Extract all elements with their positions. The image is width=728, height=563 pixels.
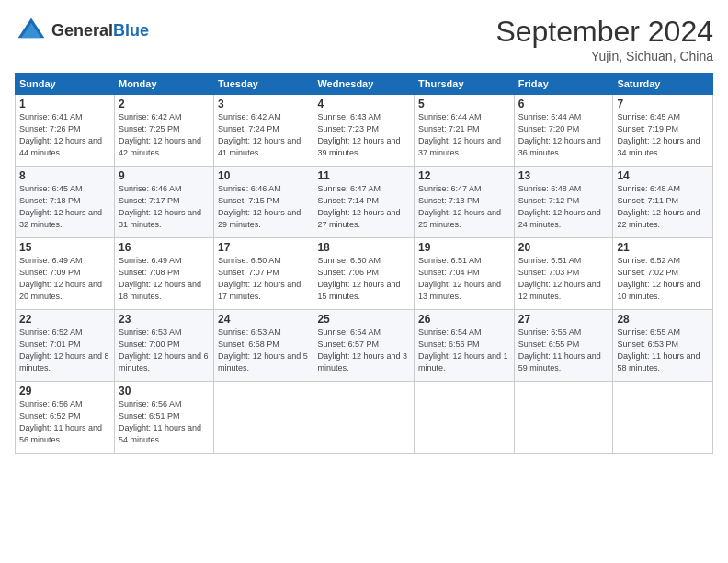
table-row: 30 Sunrise: 6:56 AMSunset: 6:51 PMDaylig… xyxy=(114,382,213,454)
day-number: 10 xyxy=(218,169,309,182)
col-friday: Friday xyxy=(514,74,613,95)
table-row: 15 Sunrise: 6:49 AMSunset: 7:09 PMDaylig… xyxy=(16,238,115,310)
day-number: 23 xyxy=(119,313,210,326)
day-detail: Sunrise: 6:44 AMSunset: 7:20 PMDaylight:… xyxy=(518,111,609,159)
table-row xyxy=(415,382,515,454)
table-row xyxy=(214,382,313,454)
table-row: 8 Sunrise: 6:45 AMSunset: 7:18 PMDayligh… xyxy=(16,167,115,238)
table-row: 14 Sunrise: 6:48 AMSunset: 7:11 PMDaylig… xyxy=(613,167,713,238)
day-number: 18 xyxy=(317,241,410,254)
day-detail: Sunrise: 6:54 AMSunset: 6:56 PMDaylight:… xyxy=(418,327,510,374)
table-row: 25 Sunrise: 6:54 AMSunset: 6:57 PMDaylig… xyxy=(313,310,415,382)
table-row: 2 Sunrise: 6:42 AMSunset: 7:25 PMDayligh… xyxy=(114,95,213,167)
table-row: 27 Sunrise: 6:55 AMSunset: 6:55 PMDaylig… xyxy=(514,310,613,382)
table-row: 10 Sunrise: 6:46 AMSunset: 7:15 PMDaylig… xyxy=(214,167,313,238)
col-thursday: Thursday xyxy=(415,74,515,95)
page: GeneralBlue September 2024 Yujin, Sichua… xyxy=(0,0,728,563)
month-title: September 2024 xyxy=(495,15,713,49)
day-detail: Sunrise: 6:51 AMSunset: 7:04 PMDaylight:… xyxy=(418,255,510,303)
day-number: 29 xyxy=(19,385,110,397)
day-number: 3 xyxy=(218,98,309,110)
logo-general: General xyxy=(51,21,113,40)
table-row: 18 Sunrise: 6:50 AMSunset: 7:06 PMDaylig… xyxy=(313,238,415,310)
col-monday: Monday xyxy=(114,74,213,95)
day-number: 26 xyxy=(418,313,510,326)
day-number: 13 xyxy=(518,169,609,182)
table-row: 3 Sunrise: 6:42 AMSunset: 7:24 PMDayligh… xyxy=(214,95,313,167)
day-detail: Sunrise: 6:42 AMSunset: 7:25 PMDaylight:… xyxy=(119,111,210,159)
day-number: 25 xyxy=(317,313,410,326)
table-row: 11 Sunrise: 6:47 AMSunset: 7:14 PMDaylig… xyxy=(313,167,415,238)
day-number: 2 xyxy=(119,98,210,110)
day-detail: Sunrise: 6:47 AMSunset: 7:13 PMDaylight:… xyxy=(418,183,510,231)
col-saturday: Saturday xyxy=(613,74,713,95)
table-row: 20 Sunrise: 6:51 AMSunset: 7:03 PMDaylig… xyxy=(514,238,613,310)
day-detail: Sunrise: 6:48 AMSunset: 7:11 PMDaylight:… xyxy=(617,183,709,231)
table-row: 26 Sunrise: 6:54 AMSunset: 6:56 PMDaylig… xyxy=(415,310,515,382)
table-row xyxy=(313,382,415,454)
table-row: 21 Sunrise: 6:52 AMSunset: 7:02 PMDaylig… xyxy=(613,238,713,310)
day-detail: Sunrise: 6:52 AMSunset: 7:02 PMDaylight:… xyxy=(617,255,709,303)
calendar-week-row: 8 Sunrise: 6:45 AMSunset: 7:18 PMDayligh… xyxy=(16,167,713,238)
table-row xyxy=(613,382,713,454)
table-row: 17 Sunrise: 6:50 AMSunset: 7:07 PMDaylig… xyxy=(214,238,313,310)
day-detail: Sunrise: 6:43 AMSunset: 7:23 PMDaylight:… xyxy=(317,111,410,159)
logo-blue-text: Blue xyxy=(113,21,149,40)
calendar-week-row: 15 Sunrise: 6:49 AMSunset: 7:09 PMDaylig… xyxy=(16,238,713,310)
day-detail: Sunrise: 6:51 AMSunset: 7:03 PMDaylight:… xyxy=(518,255,609,303)
day-number: 7 xyxy=(617,98,709,110)
logo-icon xyxy=(15,15,48,48)
col-tuesday: Tuesday xyxy=(214,74,313,95)
day-number: 24 xyxy=(218,313,309,326)
day-detail: Sunrise: 6:56 AMSunset: 6:51 PMDaylight:… xyxy=(119,398,210,446)
col-sunday: Sunday xyxy=(16,74,115,95)
table-row: 28 Sunrise: 6:55 AMSunset: 6:53 PMDaylig… xyxy=(613,310,713,382)
day-detail: Sunrise: 6:42 AMSunset: 7:24 PMDaylight:… xyxy=(218,111,309,159)
day-number: 28 xyxy=(617,313,709,326)
table-row: 12 Sunrise: 6:47 AMSunset: 7:13 PMDaylig… xyxy=(415,167,515,238)
table-row: 16 Sunrise: 6:49 AMSunset: 7:08 PMDaylig… xyxy=(114,238,213,310)
day-detail: Sunrise: 6:56 AMSunset: 6:52 PMDaylight:… xyxy=(19,398,110,446)
calendar-week-row: 1 Sunrise: 6:41 AMSunset: 7:26 PMDayligh… xyxy=(16,95,713,167)
day-number: 11 xyxy=(317,169,410,182)
table-row: 4 Sunrise: 6:43 AMSunset: 7:23 PMDayligh… xyxy=(313,95,415,167)
table-row: 19 Sunrise: 6:51 AMSunset: 7:04 PMDaylig… xyxy=(415,238,515,310)
day-detail: Sunrise: 6:50 AMSunset: 7:06 PMDaylight:… xyxy=(317,255,410,303)
day-detail: Sunrise: 6:45 AMSunset: 7:18 PMDaylight:… xyxy=(19,183,110,231)
table-row: 13 Sunrise: 6:48 AMSunset: 7:12 PMDaylig… xyxy=(514,167,613,238)
day-number: 15 xyxy=(19,241,110,254)
day-number: 12 xyxy=(418,169,510,182)
day-detail: Sunrise: 6:49 AMSunset: 7:09 PMDaylight:… xyxy=(19,255,110,303)
day-number: 20 xyxy=(518,241,609,254)
calendar-week-row: 22 Sunrise: 6:52 AMSunset: 7:01 PMDaylig… xyxy=(16,310,713,382)
location-subtitle: Yujin, Sichuan, China xyxy=(495,49,713,63)
table-row: 22 Sunrise: 6:52 AMSunset: 7:01 PMDaylig… xyxy=(16,310,115,382)
day-number: 27 xyxy=(518,313,609,326)
col-wednesday: Wednesday xyxy=(313,74,415,95)
day-number: 1 xyxy=(19,98,110,110)
table-row: 1 Sunrise: 6:41 AMSunset: 7:26 PMDayligh… xyxy=(16,95,115,167)
day-number: 14 xyxy=(617,169,709,182)
day-detail: Sunrise: 6:52 AMSunset: 7:01 PMDaylight:… xyxy=(19,327,110,374)
day-detail: Sunrise: 6:46 AMSunset: 7:17 PMDaylight:… xyxy=(119,183,210,231)
day-number: 6 xyxy=(518,98,609,110)
day-detail: Sunrise: 6:54 AMSunset: 6:57 PMDaylight:… xyxy=(317,327,410,374)
table-row: 7 Sunrise: 6:45 AMSunset: 7:19 PMDayligh… xyxy=(613,95,713,167)
calendar: Sunday Monday Tuesday Wednesday Thursday… xyxy=(15,73,713,454)
table-row xyxy=(514,382,613,454)
day-detail: Sunrise: 6:55 AMSunset: 6:55 PMDaylight:… xyxy=(518,327,609,374)
day-detail: Sunrise: 6:55 AMSunset: 6:53 PMDaylight:… xyxy=(617,327,709,374)
day-number: 4 xyxy=(317,98,410,110)
day-detail: Sunrise: 6:53 AMSunset: 7:00 PMDaylight:… xyxy=(119,327,210,374)
calendar-header-row: Sunday Monday Tuesday Wednesday Thursday… xyxy=(16,74,713,95)
day-detail: Sunrise: 6:46 AMSunset: 7:15 PMDaylight:… xyxy=(218,183,309,231)
header: GeneralBlue September 2024 Yujin, Sichua… xyxy=(15,15,713,63)
title-block: September 2024 Yujin, Sichuan, China xyxy=(495,15,713,63)
day-detail: Sunrise: 6:45 AMSunset: 7:19 PMDaylight:… xyxy=(617,111,709,159)
table-row: 9 Sunrise: 6:46 AMSunset: 7:17 PMDayligh… xyxy=(114,167,213,238)
table-row: 29 Sunrise: 6:56 AMSunset: 6:52 PMDaylig… xyxy=(16,382,115,454)
day-detail: Sunrise: 6:53 AMSunset: 6:58 PMDaylight:… xyxy=(218,327,309,374)
day-detail: Sunrise: 6:41 AMSunset: 7:26 PMDaylight:… xyxy=(19,111,110,159)
day-number: 30 xyxy=(119,385,210,397)
day-number: 5 xyxy=(418,98,510,110)
